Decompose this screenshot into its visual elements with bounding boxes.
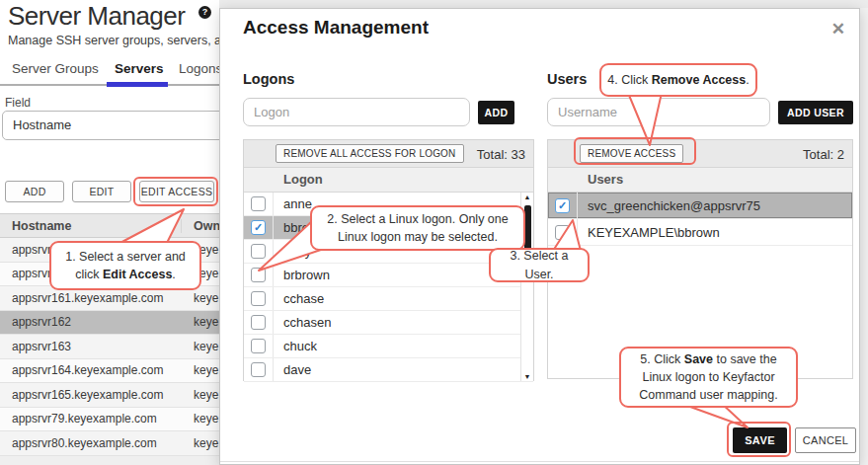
access-management-modal: Access Management ✕ Logons ADD REMOVE AL…	[219, 8, 860, 465]
hostname-cell: appsrvr16	[0, 267, 182, 280]
table-row[interactable]: appsrvr79.keyexample.comkeye	[0, 408, 219, 432]
edit-button[interactable]: EDIT	[72, 181, 131, 202]
hostname-cell: appsrvr163	[0, 340, 182, 353]
hostname-cell: appsrvr15	[0, 243, 182, 257]
cancel-button[interactable]: CANCEL	[795, 427, 856, 453]
hostname-cell: appsrvr80.keyexample.com	[0, 436, 182, 450]
table-row[interactable]: appsrvr163keye	[0, 335, 219, 359]
table-row[interactable]: appsrvr165.keyexample.comkeye	[0, 383, 219, 408]
checkbox[interactable]	[244, 193, 274, 215]
logon-row[interactable]: anne	[244, 193, 533, 216]
checkbox[interactable]: ✓	[244, 216, 274, 239]
page-background-right	[860, 8, 868, 465]
logons-list: anne✓bbrownbettybrbrowncchasecchasenchuc…	[244, 193, 533, 382]
server-table: Hostname Owner appsrvr15keyeappsrvr16key…	[0, 213, 219, 456]
add-logon-button[interactable]: ADD	[478, 101, 514, 124]
page-title: Server Manager	[8, 1, 185, 32]
row-label: bbrown	[274, 220, 326, 235]
user-row[interactable]: KEYEXAMPLE\bbrown	[548, 219, 852, 246]
scroll-up-icon[interactable]: ▲	[521, 194, 533, 200]
hostname-cell: appsrvr79.keyexample.com	[0, 412, 182, 426]
row-label: KEYEXAMPLE\bbrown	[578, 225, 720, 240]
logon-row[interactable]: betty	[244, 240, 533, 264]
remove-access-button[interactable]: REMOVE ACCESS	[580, 144, 683, 163]
owner-cell: keye	[182, 436, 219, 450]
logon-row[interactable]: cchasen	[244, 311, 533, 335]
tab-servers[interactable]: Servers	[115, 61, 164, 76]
unchecked-checkbox[interactable]	[555, 225, 570, 240]
save-button[interactable]: SAVE	[733, 427, 787, 453]
hostname-cell: appsrvr162	[0, 315, 182, 329]
checkbox[interactable]	[244, 311, 274, 334]
table-row[interactable]: appsrvr15keye	[0, 238, 219, 263]
add-button[interactable]: ADD	[5, 181, 64, 202]
users-column-header[interactable]: Users	[548, 168, 852, 193]
checkbox[interactable]	[244, 287, 274, 310]
modal-title: Access Management	[243, 17, 429, 39]
checked-checkbox-icon[interactable]: ✓	[251, 220, 266, 235]
remove-all-access-button[interactable]: REMOVE ALL ACCESS FOR LOGON	[276, 144, 464, 163]
scroll-down-icon[interactable]: ▼	[521, 373, 533, 380]
add-user-button[interactable]: ADD USER	[778, 101, 853, 124]
table-row[interactable]: appsrvr161.keyexample.comkeye	[0, 286, 219, 311]
checkbox[interactable]: ✓	[548, 193, 578, 218]
logon-row[interactable]: ✓bbrown	[244, 216, 533, 240]
unchecked-checkbox[interactable]	[251, 268, 266, 282]
unchecked-checkbox[interactable]	[251, 196, 266, 211]
checkbox[interactable]	[244, 358, 274, 381]
checkbox[interactable]	[548, 219, 578, 245]
owner-column-header[interactable]: Owner	[182, 219, 219, 233]
checked-checkbox-icon[interactable]: ✓	[555, 198, 570, 213]
modal-footer-divider	[220, 461, 859, 462]
users-heading: Users	[547, 71, 587, 87]
screen: Server Manager ? Manage SSH server group…	[0, 0, 868, 465]
logons-table-toolbar: REMOVE ALL ACCESS FOR LOGON Total: 33	[244, 140, 533, 168]
table-row[interactable]: appsrvr16keye	[0, 263, 219, 287]
hostname-cell: appsrvr161.keyexample.com	[0, 291, 182, 305]
edit-access-button[interactable]: EDIT ACCESS	[139, 181, 214, 202]
scrollbar-thumb[interactable]	[524, 205, 531, 251]
checkbox[interactable]	[244, 335, 274, 357]
row-label: chuck	[274, 339, 317, 353]
page-background	[219, 0, 868, 8]
scrollbar[interactable]: ▲ ▼	[520, 193, 533, 381]
row-label: anne	[274, 196, 312, 211]
logons-table: REMOVE ALL ACCESS FOR LOGON Total: 33 Lo…	[243, 139, 534, 381]
logon-column-header[interactable]: Logon	[244, 168, 533, 193]
logon-row[interactable]: brbrown	[244, 264, 533, 287]
tab-logons[interactable]: Logons	[179, 61, 219, 76]
unchecked-checkbox[interactable]	[251, 315, 266, 330]
owner-cell: keye	[182, 267, 219, 280]
row-label: betty	[274, 244, 311, 259]
field-select[interactable]: Hostname	[2, 111, 219, 140]
unchecked-checkbox[interactable]	[251, 291, 266, 306]
username-input[interactable]	[547, 98, 770, 126]
logon-row[interactable]: chuck	[244, 335, 533, 358]
unchecked-checkbox[interactable]	[251, 244, 266, 259]
table-row[interactable]: appsrvr80.keyexample.comkeye	[0, 431, 219, 456]
logons-heading: Logons	[243, 71, 294, 87]
users-table-toolbar: REMOVE ACCESS Total: 2	[548, 140, 852, 168]
checkbox[interactable]	[244, 240, 274, 263]
close-icon[interactable]: ✕	[831, 19, 845, 39]
owner-cell: keye	[182, 315, 219, 329]
page-subtitle: Manage SSH server groups, servers, a	[8, 34, 219, 47]
logon-row[interactable]: cchase	[244, 287, 533, 311]
row-label: svc_greenchicken@appsrvr75	[578, 198, 760, 213]
hostname-column-header[interactable]: Hostname	[0, 219, 182, 233]
unchecked-checkbox[interactable]	[251, 339, 266, 353]
unchecked-checkbox[interactable]	[251, 362, 266, 377]
help-icon[interactable]: ?	[198, 6, 211, 19]
logon-row[interactable]: dave	[244, 358, 533, 382]
table-row[interactable]: appsrvr162keye	[0, 311, 219, 336]
table-row[interactable]: appsrvr164.keyexample.comkeye	[0, 359, 219, 384]
user-row[interactable]: ✓svc_greenchicken@appsrvr75	[548, 193, 852, 219]
checkbox[interactable]	[244, 264, 274, 286]
row-label: cchasen	[274, 315, 331, 330]
logon-input[interactable]	[243, 98, 470, 126]
logons-total: Total: 33	[477, 147, 525, 162]
hostname-cell: appsrvr164.keyexample.com	[0, 363, 182, 377]
tab-server-groups[interactable]: Server Groups	[12, 61, 99, 76]
server-table-body: appsrvr15keyeappsrvr16keyeappsrvr161.key…	[0, 238, 219, 456]
row-label: cchase	[274, 291, 324, 306]
